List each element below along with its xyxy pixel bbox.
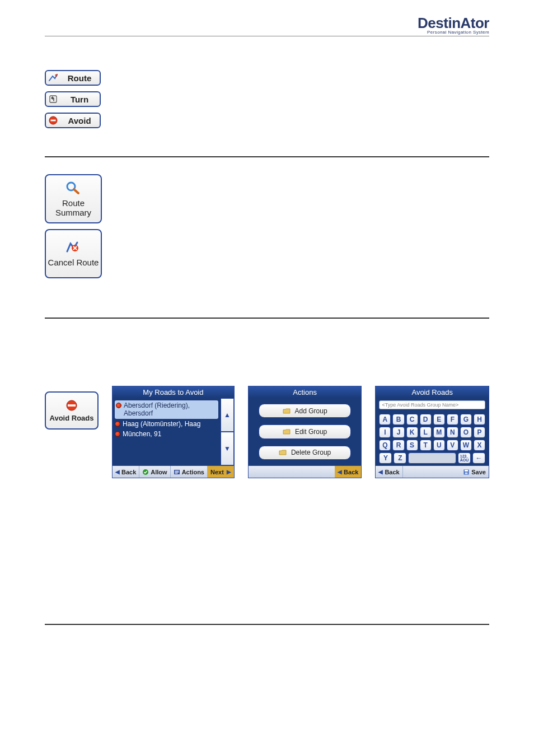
next-label: Next [210,469,224,475]
brand-tagline: Personal Navigation System [418,30,489,35]
scroll-up-button[interactable]: ▲ [221,398,234,432]
list-item[interactable]: Haag (Altomünster), Haag [115,419,218,429]
keyboard-panel: Avoid Roads <Type Avoid Roads Group Name… [375,386,489,478]
actions-button[interactable]: Actions [171,466,208,478]
save-icon [463,469,470,475]
route-summary-button[interactable]: Route Summary [45,174,102,223]
next-button[interactable]: Next [208,466,234,478]
key-w[interactable]: W [460,440,472,451]
avoid-roads-button[interactable]: Avoid Roads [45,391,99,430]
turn-icon [48,94,58,104]
actions-title: Actions [249,386,362,398]
list-item[interactable]: München, 91 [115,429,218,439]
key-o[interactable]: O [460,427,472,438]
magnifier-icon [64,180,83,196]
svg-rect-12 [175,473,177,473]
list-item-label: Abersdorf (Riedering), Abersdorf [124,402,217,418]
key-blank [408,452,456,464]
key-b[interactable]: B [392,414,404,425]
key-z[interactable]: Z [394,452,406,464]
turn-button[interactable]: Turn [45,91,101,107]
back-label: Back [344,469,358,475]
list-item-label: Haag (Altomünster), Haag [123,420,200,428]
key-mode[interactable]: 123 ÄÖÜ [458,452,471,464]
key-m[interactable]: M [433,427,445,438]
svg-rect-2 [51,120,56,122]
key-l[interactable]: L [420,427,432,438]
save-label: Save [471,469,486,475]
back-button[interactable]: Back [113,466,139,478]
route-button[interactable]: Route [45,70,101,86]
back-button[interactable]: Back [376,466,402,478]
back-label: Back [385,469,399,475]
actions-panel: Actions Add Group Edit Group Delete Grou… [248,386,362,478]
list-item[interactable]: Abersdorf (Riedering), Abersdorf [115,400,218,419]
svg-rect-15 [465,472,468,474]
key-backspace[interactable]: ← [472,452,485,464]
delete-group-button[interactable]: Delete Group [259,446,352,460]
svg-line-4 [74,189,78,193]
route-summary-label: Route Summary [55,198,91,218]
svg-rect-0 [50,96,57,102]
turn-label: Turn [62,95,97,104]
svg-rect-10 [175,470,179,471]
avoid-icon [48,115,58,125]
list-item-label: München, 91 [123,430,161,438]
avoid-button[interactable]: Avoid [45,113,101,128]
keyboard-title: Avoid Roads [376,386,489,398]
key-n[interactable]: N [447,427,458,438]
key-q[interactable]: Q [379,440,391,451]
key-x[interactable]: X [474,440,485,451]
footer-divider [45,624,489,625]
allow-button[interactable]: Allow [139,466,170,478]
route-label: Route [62,73,97,83]
brand-name: DestinAtor [418,16,489,30]
cancel-route-button[interactable]: Cancel Route [45,229,102,278]
key-p[interactable]: P [474,427,485,438]
cancel-route-label: Cancel Route [48,258,99,267]
key-y[interactable]: Y [379,452,392,464]
key-e[interactable]: E [433,414,445,425]
key-s[interactable]: S [406,440,418,451]
add-group-label: Add Group [295,407,327,415]
folder-edit-icon [283,428,291,436]
scroll-down-button[interactable]: ▼ [221,432,234,465]
check-icon [142,469,149,475]
key-v[interactable]: V [447,440,458,451]
actions-icon [174,469,180,475]
avoid-marker-icon [116,403,121,408]
key-g[interactable]: G [460,414,472,425]
back-label: Back [121,469,136,475]
edit-group-button[interactable]: Edit Group [259,424,352,438]
add-group-button[interactable]: Add Group [259,404,352,418]
my-roads-panel: My Roads to Avoid Abersdorf (Riedering),… [112,386,235,478]
avoid-marker-icon [115,431,120,437]
key-j[interactable]: J [392,427,404,438]
svg-rect-7 [68,404,76,407]
key-c[interactable]: C [406,414,418,425]
back-button[interactable]: Back [335,466,361,478]
avoid-marker-icon [115,421,120,427]
no-entry-icon [62,399,81,412]
onscreen-keyboard: A B C D E F G H I J K L M [379,414,485,464]
svg-rect-11 [175,472,179,472]
key-u[interactable]: U [433,440,445,451]
folder-add-icon [283,407,291,415]
roads-list[interactable]: Abersdorf (Riedering), Abersdorf Haag (A… [113,398,221,465]
save-button[interactable]: Save [460,466,489,478]
group-name-input[interactable]: <Type Avoid Roads Group Name> [379,400,485,409]
key-h[interactable]: H [474,414,485,425]
key-a[interactable]: A [379,414,391,425]
delete-group-label: Delete Group [291,449,331,456]
my-roads-title: My Roads to Avoid [113,386,234,398]
route-icon [48,73,58,83]
brand-logo: DestinAtor Personal Navigation System [418,16,489,35]
key-k[interactable]: K [406,427,418,438]
key-t[interactable]: T [420,440,432,451]
key-d[interactable]: D [420,414,432,425]
key-i[interactable]: I [379,427,391,438]
key-r[interactable]: R [392,440,404,451]
actions-label: Actions [182,469,204,475]
avoid-label: Avoid [62,116,97,125]
key-f[interactable]: F [447,414,458,425]
